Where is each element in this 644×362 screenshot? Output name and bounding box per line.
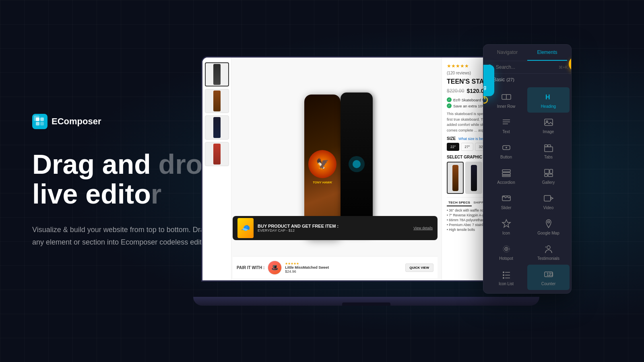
thumb-1[interactable]	[205, 62, 229, 86]
size-btn-22[interactable]: 22"	[447, 143, 459, 151]
svg-text:H: H	[545, 94, 550, 101]
svg-marker-28	[502, 220, 510, 227]
svg-rect-2	[36, 122, 39, 125]
svg-rect-0	[36, 117, 39, 121]
svg-rect-19	[502, 173, 510, 175]
screen-content: 🦅 TONY HAWK ★★★★★ (120 revi	[202, 58, 530, 280]
banner-subtitle: EVERYDAY CAP - $12	[258, 228, 409, 232]
element-testimonials[interactable]: Testimonials	[527, 239, 570, 265]
elements-panel: H Heading ✥ ↺ Navigator Elements 🔍 ⌘+K ▼…	[483, 44, 572, 294]
svg-point-37	[503, 274, 504, 276]
pair-price: $24.96	[285, 269, 402, 274]
word-or: r	[151, 179, 161, 209]
pair-stars: ★★★★★	[285, 262, 402, 265]
svg-marker-27	[551, 197, 553, 200]
video-label: Video	[543, 206, 553, 210]
laptop-container: 🦅 TONY HAWK ★★★★★ (120 revi	[201, 56, 564, 306]
testimonials-label: Testimonials	[537, 256, 559, 261]
svg-rect-22	[550, 169, 553, 173]
heading-icon: H	[543, 91, 554, 103]
element-hotspot[interactable]: Hotspot	[485, 239, 527, 265]
svg-rect-24	[548, 174, 553, 177]
thumb-3[interactable]	[205, 115, 229, 140]
pair-section: PAIR IT WITH : 🎩 ★★★★★ Little MissMatche…	[233, 256, 438, 278]
tab-navigator[interactable]: Navigator	[487, 45, 527, 61]
search-input[interactable]	[496, 64, 556, 70]
svg-point-32	[506, 249, 507, 250]
image-icon	[543, 117, 554, 128]
element-tabs[interactable]: Tabs	[527, 138, 570, 163]
tabs-icon	[543, 142, 554, 153]
svg-rect-1	[40, 117, 44, 121]
main-product-image: 🦅 TONY HAWK	[231, 58, 442, 280]
element-gallery[interactable]: Gallery	[527, 163, 570, 189]
element-icon-list[interactable]: Icon List	[485, 265, 527, 290]
section-header: ▼ Basic (27)	[483, 74, 571, 86]
svg-rect-16	[545, 145, 547, 147]
text-label: Text	[502, 130, 510, 134]
graphic-2[interactable]	[465, 162, 482, 194]
pair-quick-view-btn[interactable]: QUICK VIEW	[405, 263, 433, 272]
gallery-icon	[543, 167, 554, 179]
element-accordion[interactable]: Accordion	[485, 163, 527, 189]
laptop-notch	[342, 302, 390, 306]
laptop-base	[193, 297, 539, 306]
panel-search: 🔍 ⌘+K	[483, 61, 571, 74]
element-countdown[interactable]: Countdown	[485, 290, 527, 294]
svg-point-35	[503, 272, 504, 273]
thumb-4[interactable]	[205, 142, 229, 166]
discount-icon: ✓	[447, 103, 452, 108]
element-instagram[interactable]: Instagram	[527, 290, 570, 294]
button-label: Button	[500, 155, 512, 159]
tab-elements[interactable]: Elements	[527, 45, 567, 61]
hotspot-label: Hotspot	[499, 256, 513, 261]
banner-image: 🧢	[237, 218, 254, 238]
google-map-icon	[543, 218, 554, 229]
counter-icon: 123	[543, 269, 554, 280]
element-icon[interactable]: Icon	[485, 214, 527, 239]
heading-label: Heading	[541, 104, 556, 109]
svg-rect-26	[544, 195, 551, 201]
element-heading[interactable]: H Heading	[527, 87, 570, 113]
svg-rect-17	[548, 145, 551, 147]
tech-tab-specs[interactable]: TECH SPECS	[447, 200, 472, 206]
element-image[interactable]: Image	[527, 113, 570, 138]
heading-tag-letter: H	[483, 70, 486, 83]
element-counter[interactable]: 123 Counter	[527, 265, 570, 290]
google-map-label: Google Map	[537, 231, 559, 235]
icon-list-icon	[501, 269, 512, 280]
element-video[interactable]: Video	[527, 189, 570, 214]
svg-rect-21	[545, 169, 549, 173]
thumb-2[interactable]	[205, 89, 229, 113]
svg-rect-20	[502, 175, 510, 177]
icon-list-label: Icon List	[499, 282, 514, 286]
button-icon	[501, 142, 512, 153]
banner-link[interactable]: View details	[413, 226, 433, 230]
slider-icon	[501, 193, 512, 204]
promo-banner: 🧢 BUY PRODUCT AND GET FREE ITEM : EVERYD…	[233, 216, 438, 240]
size-btn-27[interactable]: 27"	[461, 143, 473, 151]
element-button[interactable]: Button	[485, 138, 527, 163]
svg-rect-18	[502, 170, 510, 172]
tabs-label: Tabs	[544, 155, 553, 159]
element-google-map[interactable]: Google Map	[527, 214, 570, 239]
image-label: Image	[543, 130, 554, 134]
element-slider[interactable]: Slider	[485, 189, 527, 214]
svg-rect-10	[545, 119, 553, 125]
price-old: $220.00	[447, 88, 464, 94]
pair-item-image: 🎩	[268, 261, 282, 275]
icon-element-icon	[501, 218, 512, 229]
pair-name: Little MissMatched Sweet	[285, 265, 402, 269]
word-editor: edito	[85, 179, 151, 209]
inner-row-icon	[501, 91, 512, 103]
gallery-label: Gallery	[542, 180, 555, 185]
accordion-icon	[501, 167, 512, 179]
svg-point-33	[547, 246, 550, 249]
element-text[interactable]: Text	[485, 113, 527, 138]
svg-line-34	[545, 247, 546, 247]
word-drag: Drag and	[32, 149, 159, 179]
svg-rect-23	[545, 174, 547, 177]
section-count: (27)	[506, 77, 514, 82]
product-reviews: (120 reviews)	[447, 71, 471, 75]
graphic-1[interactable]	[447, 162, 464, 194]
